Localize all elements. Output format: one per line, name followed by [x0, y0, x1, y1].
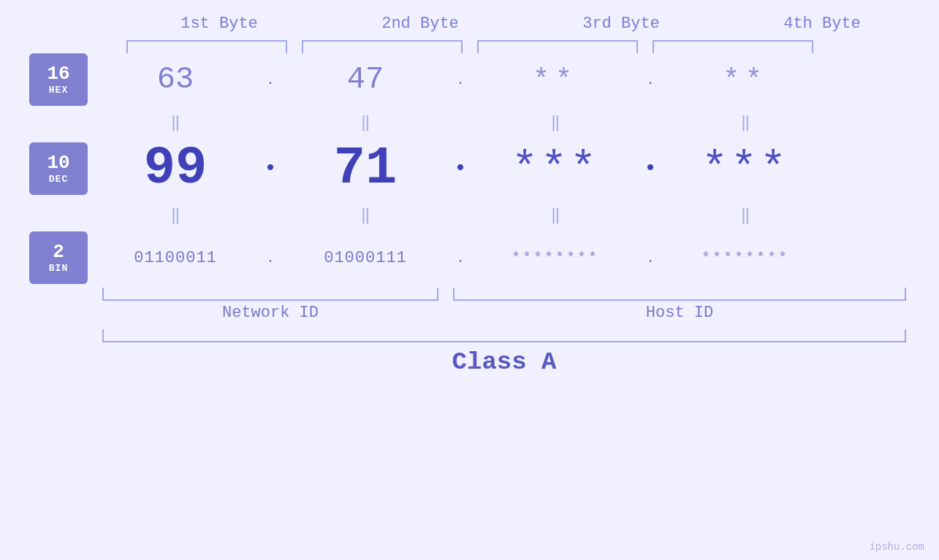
byte4-header: 4th Byte	[742, 15, 902, 33]
dec-dot1: •	[248, 156, 292, 181]
equals-row-2: ‖ ‖ ‖ ‖	[0, 199, 939, 231]
bin-byte3-cell: ********	[482, 250, 628, 266]
bracket-top-3	[477, 40, 638, 53]
eq1-byte1: ‖	[102, 112, 248, 132]
eq2-byte1-icon: ‖	[170, 205, 180, 225]
dec-num: 10	[47, 153, 69, 174]
bin-num: 2	[53, 242, 64, 263]
bin-byte3-value: ********	[512, 250, 599, 266]
bin-dot3: .	[628, 250, 672, 266]
dec-dot2: •	[438, 156, 482, 181]
dec-byte1-cell: 99	[102, 139, 248, 199]
dec-byte3-cell: ***	[482, 144, 628, 193]
eq1-data-col: ‖ ‖ ‖ ‖	[102, 112, 939, 132]
hex-dot1: .	[248, 72, 292, 88]
byte3-header: 3rd Byte	[541, 15, 702, 33]
bin-byte4-value: ********	[702, 250, 789, 266]
host-bracket	[453, 288, 906, 301]
class-bracket	[102, 329, 906, 342]
dec-badge: 10 DEC	[29, 142, 88, 195]
eq2-byte4: ‖	[672, 205, 818, 225]
eq2-data-col: ‖ ‖ ‖ ‖	[102, 205, 939, 225]
eq1-byte4-icon: ‖	[740, 112, 750, 132]
hex-byte3-cell: **	[482, 64, 628, 96]
eq2-byte2-icon: ‖	[360, 205, 370, 225]
bin-byte1-cell: 01100011	[102, 249, 248, 267]
hex-byte4-value: **	[723, 64, 768, 96]
bin-byte2-cell: 01000111	[292, 249, 438, 267]
top-brackets	[119, 40, 923, 53]
eq1-byte4: ‖	[672, 112, 818, 132]
host-id-label: Host ID	[453, 304, 906, 322]
eq1-byte3-icon: ‖	[550, 112, 560, 132]
bin-dot1-icon: .	[266, 250, 275, 266]
dec-data-col: 99 • 71 • *** • ***	[102, 139, 939, 199]
hex-byte2-value: 47	[347, 62, 384, 97]
bin-dot2-icon: .	[456, 250, 465, 266]
hex-byte1-value: 63	[157, 62, 194, 97]
network-id-label: Network ID	[102, 304, 438, 322]
eq2-byte3-icon: ‖	[550, 205, 560, 225]
eq1-byte2-icon: ‖	[360, 112, 370, 132]
hex-data-col: 63 . 47 . ** . **	[102, 62, 939, 97]
bin-dot3-icon: .	[646, 250, 655, 266]
hex-dot3-icon: .	[646, 72, 655, 88]
hex-dot2: .	[438, 72, 482, 88]
hex-badge: 16 HEX	[29, 53, 88, 106]
bin-byte2-value: 01000111	[324, 249, 407, 267]
bin-name: BIN	[49, 263, 68, 274]
network-bracket	[102, 288, 438, 301]
hex-byte1-cell: 63	[102, 62, 248, 97]
dec-byte4-cell: ***	[672, 144, 818, 193]
bin-label-col: 2 BIN	[0, 231, 102, 284]
dec-dot1-icon: •	[264, 156, 277, 181]
dec-dot3-icon: •	[644, 156, 657, 181]
hex-row: 16 HEX 63 . 47 . ** . **	[0, 53, 939, 106]
dec-name: DEC	[49, 174, 68, 185]
eq2-byte4-icon: ‖	[740, 205, 750, 225]
main-container: 1st Byte 2nd Byte 3rd Byte 4th Byte 16 H…	[0, 0, 939, 560]
eq2-byte3: ‖	[482, 205, 628, 225]
hex-byte4-cell: **	[672, 64, 818, 96]
dec-byte2-value: 71	[334, 139, 397, 199]
hex-byte3-value: **	[533, 64, 578, 96]
bin-byte4-cell: ********	[672, 250, 818, 266]
eq1-byte1-icon: ‖	[170, 112, 180, 132]
hex-dot1-icon: .	[266, 72, 275, 88]
hex-label-col: 16 HEX	[0, 53, 102, 106]
eq2-byte2: ‖	[292, 205, 438, 225]
hex-dot3: .	[628, 72, 672, 88]
hex-num: 16	[47, 64, 69, 85]
eq1-byte2: ‖	[292, 112, 438, 132]
bottom-labels: Network ID Host ID	[102, 304, 906, 322]
dec-label-col: 10 DEC	[0, 142, 102, 195]
bracket-top-2	[302, 40, 463, 53]
bracket-top-4	[653, 40, 813, 53]
eq1-byte3: ‖	[482, 112, 628, 132]
byte-headers: 1st Byte 2nd Byte 3rd Byte 4th Byte	[119, 15, 923, 33]
dec-byte1-value: 99	[144, 139, 207, 199]
bottom-brackets	[102, 288, 906, 301]
bracket-top-1	[126, 40, 287, 53]
hex-name: HEX	[49, 85, 68, 96]
class-section: Class A	[0, 329, 939, 376]
bin-dot1: .	[248, 250, 292, 266]
bin-byte1-value: 01100011	[134, 249, 217, 267]
bin-badge: 2 BIN	[29, 231, 88, 284]
dec-byte2-cell: 71	[292, 139, 438, 199]
bin-data-col: 01100011 . 01000111 . ******** . *******…	[102, 249, 939, 267]
dec-row: 10 DEC 99 • 71 • *** • ***	[0, 139, 939, 199]
dec-byte4-value: ***	[702, 144, 789, 193]
class-label: Class A	[102, 348, 906, 376]
byte2-header: 2nd Byte	[340, 15, 501, 33]
bin-dot2: .	[438, 250, 482, 266]
hex-dot2-icon: .	[456, 72, 465, 88]
dec-dot2-icon: •	[454, 156, 467, 181]
hex-byte2-cell: 47	[292, 62, 438, 97]
byte1-header: 1st Byte	[139, 15, 300, 33]
bin-row: 2 BIN 01100011 . 01000111 . ******** .	[0, 231, 939, 284]
dec-dot3: •	[628, 156, 672, 181]
eq2-byte1: ‖	[102, 205, 248, 225]
dec-byte3-value: ***	[512, 144, 599, 193]
equals-row-1: ‖ ‖ ‖ ‖	[0, 106, 939, 139]
